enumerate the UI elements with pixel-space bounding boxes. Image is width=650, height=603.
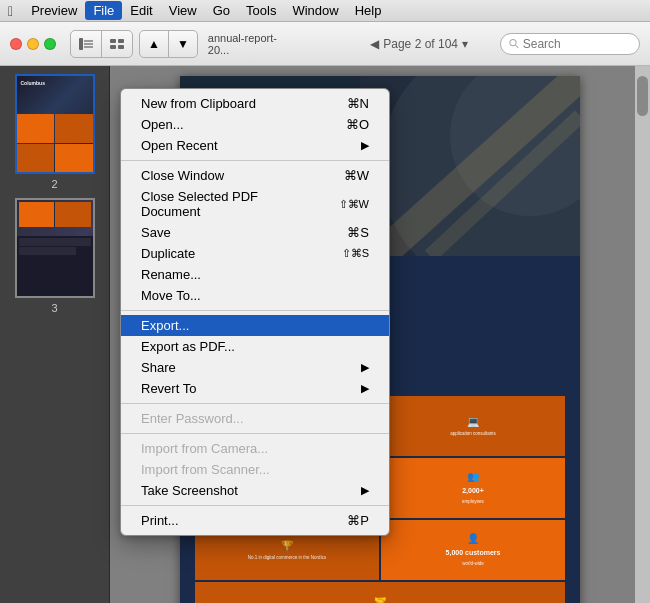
search-box[interactable] — [500, 33, 640, 55]
view-mode-button[interactable] — [102, 31, 132, 57]
sidebar-page-3[interactable]: 3 — [4, 198, 105, 314]
scrollbar-thumb[interactable] — [637, 76, 648, 116]
menu-new-from-clipboard[interactable]: New from Clipboard ⌘N — [121, 93, 389, 114]
svg-line-9 — [516, 45, 519, 48]
page-2-number: 2 — [51, 178, 57, 190]
sidebar-page-2[interactable]: Columbus 2 — [4, 74, 105, 190]
svg-point-8 — [510, 40, 516, 46]
nav-group: ▲ ▼ — [139, 30, 198, 58]
thumb-logo: Columbus — [21, 80, 45, 86]
svg-rect-6 — [110, 45, 116, 49]
search-input[interactable] — [523, 37, 631, 51]
page-up-button[interactable]: ◀ — [370, 37, 379, 51]
svg-rect-0 — [79, 38, 83, 50]
search-icon — [509, 38, 519, 49]
menubar:  Preview File Edit View Go Tools Window… — [0, 0, 650, 22]
separator-1 — [121, 160, 389, 161]
menubar-file[interactable]: File — [85, 1, 122, 20]
apple-menu[interactable]:  — [8, 3, 13, 19]
menu-revert-to[interactable]: Revert To ▶ — [121, 378, 389, 399]
menu-take-screenshot[interactable]: Take Screenshot ▶ — [121, 480, 389, 501]
close-button[interactable] — [10, 38, 22, 50]
menu-close-pdf[interactable]: Close Selected PDF Document ⇧⌘W — [121, 186, 389, 222]
menu-open[interactable]: Open... ⌘O — [121, 114, 389, 135]
svg-rect-3 — [84, 46, 93, 48]
separator-2 — [121, 310, 389, 311]
nav-up-button[interactable]: ▲ — [140, 31, 169, 57]
page-info: ◀ Page 2 of 104 ▾ — [370, 37, 468, 51]
minimize-button[interactable] — [27, 38, 39, 50]
stat-cell-7: 🤝 20+ strategic partnership with leading… — [195, 582, 565, 604]
toolbar: ▲ ▼ annual-report-20... ◀ Page 2 of 104 … — [0, 22, 650, 66]
stat-cell-6: 👤 5,000 customers world-wide — [381, 520, 565, 580]
menubar-edit[interactable]: Edit — [122, 1, 160, 20]
menubar-window[interactable]: Window — [284, 1, 346, 20]
separator-5 — [121, 505, 389, 506]
menu-share[interactable]: Share ▶ — [121, 357, 389, 378]
menu-export[interactable]: Export... — [121, 315, 389, 336]
menubar-go[interactable]: Go — [205, 1, 238, 20]
menubar-tools[interactable]: Tools — [238, 1, 284, 20]
main-area: Columbus 2 — [0, 66, 650, 603]
maximize-button[interactable] — [44, 38, 56, 50]
sidebar: Columbus 2 — [0, 66, 110, 603]
nav-down-button[interactable]: ▼ — [169, 31, 197, 57]
separator-4 — [121, 433, 389, 434]
menu-move-to[interactable]: Move To... — [121, 285, 389, 306]
traffic-lights — [10, 38, 56, 50]
menubar-view[interactable]: View — [161, 1, 205, 20]
menu-enter-password: Enter Password... — [121, 408, 389, 429]
menu-rename[interactable]: Rename... — [121, 264, 389, 285]
stat-cell-2: 💻 application consultants — [381, 396, 565, 456]
menu-export-pdf[interactable]: Export as PDF... — [121, 336, 389, 357]
menu-import-scanner: Import from Scanner... — [121, 459, 389, 480]
menu-save[interactable]: Save ⌘S — [121, 222, 389, 243]
svg-rect-2 — [84, 43, 93, 45]
menu-open-recent[interactable]: Open Recent ▶ — [121, 135, 389, 156]
svg-rect-5 — [118, 39, 124, 43]
file-dropdown-menu: New from Clipboard ⌘N Open... ⌘O Open Re… — [120, 88, 390, 536]
menu-duplicate[interactable]: Duplicate ⇧⌘S — [121, 243, 389, 264]
menubar-preview[interactable]: Preview — [23, 1, 85, 20]
page-3-number: 3 — [51, 302, 57, 314]
page-display: Page 2 of 104 — [383, 37, 458, 51]
svg-rect-1 — [84, 40, 93, 42]
svg-rect-7 — [118, 45, 124, 49]
menubar-help[interactable]: Help — [347, 1, 390, 20]
page-3-thumbnail[interactable] — [15, 198, 95, 298]
page-dropdown-icon[interactable]: ▾ — [462, 37, 468, 51]
menu-close-window[interactable]: Close Window ⌘W — [121, 165, 389, 186]
scrollbar[interactable] — [635, 66, 650, 603]
sidebar-toggle-button[interactable] — [71, 31, 102, 57]
menu-print[interactable]: Print... ⌘P — [121, 510, 389, 531]
separator-3 — [121, 403, 389, 404]
stat-cell-4: 👥 2,000+ employees — [381, 458, 565, 518]
sidebar-toggle-group — [70, 30, 133, 58]
page-2-thumbnail[interactable]: Columbus — [15, 74, 95, 174]
menu-import-camera: Import from Camera... — [121, 438, 389, 459]
svg-rect-4 — [110, 39, 116, 43]
document-title: annual-report-20... — [204, 32, 284, 56]
